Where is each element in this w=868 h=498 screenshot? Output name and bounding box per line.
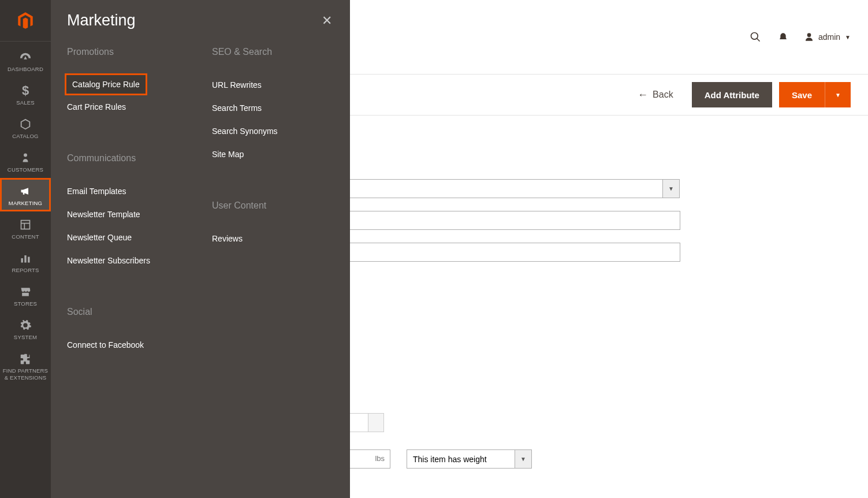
sidebar-item-reports[interactable]: REPORTS [0,245,51,278]
link-reviews[interactable]: Reviews [212,227,334,250]
gear-icon [18,318,33,333]
sidebar-item-label: REPORTS [9,267,41,274]
sidebar-item-catalog[interactable]: CATALOG [0,111,51,144]
flyout-header: Marketing ✕ [67,0,334,47]
save-button-group: Save ▼ [779,82,851,107]
svg-point-3 [24,154,27,157]
flyout-col-right: SEO & Search URL Rewrites Search Terms S… [212,47,334,356]
svg-rect-4 [21,221,30,229]
megaphone-icon [18,184,33,199]
chevron-down-icon: ▼ [845,34,851,40]
link-search-synonyms[interactable]: Search Synonyms [212,120,334,143]
save-button[interactable]: Save [779,82,825,107]
svg-line-1 [757,39,759,42]
form-field [311,243,680,262]
admin-user-label: admin [818,32,840,42]
weight-type-label: This item has weight [413,455,487,464]
sidebar-item-label: SYSTEM [12,334,39,341]
sidebar-item-marketing[interactable]: MARKETING [0,178,51,211]
section-promotions: Promotions [67,47,189,57]
link-newsletter-queue[interactable]: Newsletter Queue [67,226,189,249]
attribute-set-input[interactable] [311,179,663,198]
unit-box [368,413,384,432]
person-icon [18,150,33,165]
link-catalog-price-rule[interactable]: Catalog Price Rule [65,73,147,95]
back-label: Back [653,90,673,100]
svg-point-0 [751,33,758,40]
link-connect-facebook[interactable]: Connect to Facebook [67,333,189,356]
arrow-left-icon: ← [638,89,648,101]
cube-icon [18,117,33,132]
marketing-flyout: Marketing ✕ Promotions Catalog Price Rul… [51,0,350,498]
sidebar-item-customers[interactable]: CUSTOMERS [0,144,51,178]
sidebar-item-partners[interactable]: FIND PARTNERS & EXTENSIONS [0,345,51,386]
sidebar-item-label: STORES [12,300,39,307]
chevron-down-icon: ▼ [668,185,674,192]
sidebar-item-label: CUSTOMERS [5,166,46,173]
admin-sidebar: DASHBOARD $ SALES CATALOG CUSTOMERS MARK… [0,0,51,498]
svg-point-2 [807,33,811,37]
close-icon[interactable]: ✕ [320,14,334,28]
dollar-icon: $ [18,83,33,98]
admin-user-menu[interactable]: admin ▼ [804,32,851,42]
sidebar-item-sales[interactable]: $ SALES [0,77,51,111]
sidebar-item-stores[interactable]: STORES [0,278,51,312]
header-actions: admin ▼ [749,31,851,43]
add-attribute-label: Add Attribute [705,90,759,100]
flyout-title: Marketing [67,12,136,29]
save-label: Save [792,90,812,100]
svg-rect-9 [28,257,29,263]
notifications-icon[interactable] [777,31,789,43]
sidebar-item-dashboard[interactable]: DASHBOARD [0,44,51,77]
user-icon [804,32,814,42]
section-communications: Communications [67,153,189,163]
sidebar-item-system[interactable]: SYSTEM [0,312,51,345]
dashboard-icon [18,50,33,65]
search-icon[interactable] [749,31,762,43]
sidebar-item-label: DASHBOARD [5,66,46,73]
sidebar-item-label: MARKETING [6,200,44,207]
sidebar-item-label: CONTENT [9,233,41,240]
link-search-terms[interactable]: Search Terms [212,96,334,120]
dropdown-toggle[interactable]: ▼ [662,179,680,198]
sidebar-item-content[interactable]: CONTENT [0,211,51,245]
link-newsletter-subscribers[interactable]: Newsletter Subscribers [67,249,189,272]
link-site-map[interactable]: Site Map [212,143,334,166]
link-email-templates[interactable]: Email Templates [67,180,189,203]
chevron-down-icon: ▼ [520,456,526,462]
save-dropdown-toggle[interactable]: ▼ [825,82,851,107]
add-attribute-button[interactable]: Add Attribute [692,82,772,107]
flyout-columns: Promotions Catalog Price Rule Cart Price… [67,47,334,356]
product-name-input[interactable] [311,211,680,230]
form-field: ▼ [311,179,680,198]
chevron-down-icon: ▼ [835,92,841,98]
section-seo: SEO & Search [212,47,334,57]
link-url-rewrites[interactable]: URL Rewrites [212,73,334,96]
form-field [311,211,680,230]
svg-rect-8 [24,255,26,263]
sidebar-item-label: SALES [14,99,37,106]
back-button[interactable]: ← Back [638,89,673,101]
layout-icon [18,217,33,232]
bars-icon [18,251,33,266]
magento-logo[interactable] [0,0,51,42]
flyout-col-left: Promotions Catalog Price Rule Cart Price… [67,47,189,356]
dropdown-toggle[interactable]: ▼ [515,449,532,469]
weight-type-select[interactable]: This item has weight [407,449,515,469]
sidebar-item-label: CATALOG [10,133,40,140]
section-social: Social [67,307,189,317]
svg-rect-7 [21,258,23,263]
sidebar-item-label: FIND PARTNERS & EXTENSIONS [0,367,51,381]
weight-unit: lbs [375,454,385,463]
puzzle-icon [18,351,33,366]
store-icon [18,284,33,299]
link-cart-price-rules[interactable]: Cart Price Rules [67,95,189,118]
sku-input[interactable] [311,243,680,262]
section-user-content: User Content [212,200,334,211]
link-newsletter-template[interactable]: Newsletter Template [67,203,189,226]
